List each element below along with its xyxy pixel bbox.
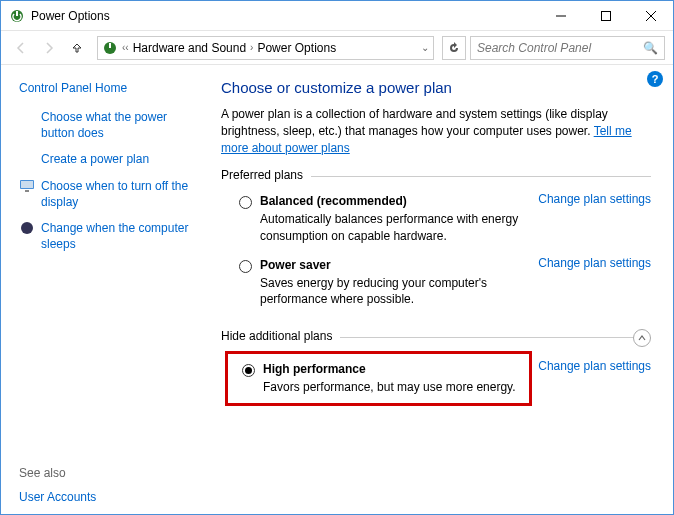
back-button[interactable] bbox=[9, 36, 33, 60]
svg-rect-7 bbox=[109, 43, 111, 48]
minimize-button[interactable] bbox=[538, 1, 583, 30]
sidebar-item[interactable]: Change when the computer sleeps bbox=[19, 220, 199, 252]
blank-icon bbox=[19, 151, 35, 167]
page-title: Choose or customize a power plan bbox=[221, 79, 651, 96]
svg-point-11 bbox=[21, 222, 33, 234]
see-also-link[interactable]: User Accounts bbox=[19, 490, 199, 504]
breadcrumb[interactable]: ‹‹ Hardware and Sound › Power Options ⌄ bbox=[97, 36, 434, 60]
blank-icon bbox=[19, 109, 35, 125]
chevron-right-icon: › bbox=[250, 42, 253, 53]
titlebar: Power Options bbox=[1, 1, 673, 31]
moon-icon bbox=[19, 220, 35, 236]
window: Power Options ‹‹ Hardware and Sound › Po… bbox=[0, 0, 674, 515]
svg-rect-10 bbox=[25, 190, 29, 192]
window-buttons bbox=[538, 1, 673, 30]
radio-balanced[interactable] bbox=[239, 196, 252, 209]
sidebar-link[interactable]: Choose when to turn off the display bbox=[41, 178, 199, 210]
preferred-plans-label: Preferred plans bbox=[221, 168, 311, 182]
toolbar: ‹‹ Hardware and Sound › Power Options ⌄ … bbox=[1, 31, 673, 65]
content-body: ? Control Panel Home Choose what the pow… bbox=[1, 65, 673, 514]
help-icon[interactable]: ? bbox=[647, 71, 663, 87]
preferred-plans-group: Preferred plans Balanced (recommended) A… bbox=[221, 168, 651, 317]
svg-rect-1 bbox=[16, 11, 18, 16]
power-options-icon bbox=[9, 8, 25, 24]
plan-title: Balanced (recommended) bbox=[260, 194, 530, 208]
change-settings-link[interactable]: Change plan settings bbox=[538, 359, 651, 406]
plan-desc: Favors performance, but may use more ene… bbox=[263, 379, 521, 395]
svg-rect-3 bbox=[601, 11, 610, 20]
plan-power-saver[interactable]: Power saver Saves energy by reducing you… bbox=[221, 254, 530, 317]
sidebar: Control Panel Home Choose what the power… bbox=[1, 65, 211, 514]
breadcrumb-seg[interactable]: Hardware and Sound bbox=[133, 41, 246, 55]
monitor-icon bbox=[19, 178, 35, 194]
chevron-down-icon[interactable]: ⌄ bbox=[421, 42, 429, 53]
hide-plans-label[interactable]: Hide additional plans bbox=[221, 329, 340, 343]
svg-rect-9 bbox=[21, 181, 33, 188]
close-button[interactable] bbox=[628, 1, 673, 30]
control-panel-home-link[interactable]: Control Panel Home bbox=[19, 81, 199, 95]
refresh-button[interactable] bbox=[442, 36, 466, 60]
window-title: Power Options bbox=[31, 9, 538, 23]
radio-high-performance[interactable] bbox=[242, 364, 255, 377]
sidebar-link[interactable]: Create a power plan bbox=[41, 151, 149, 167]
plan-desc: Saves energy by reducing your computer's… bbox=[260, 275, 530, 307]
power-options-icon bbox=[102, 40, 118, 56]
plan-title: High performance bbox=[263, 362, 521, 376]
see-also-label: See also bbox=[19, 466, 199, 480]
plan-high-performance[interactable]: High performance Favors performance, but… bbox=[225, 351, 532, 406]
sidebar-link[interactable]: Choose what the power button does bbox=[41, 109, 199, 141]
search-placeholder: Search Control Panel bbox=[477, 41, 591, 55]
breadcrumb-seg[interactable]: Power Options bbox=[257, 41, 336, 55]
change-settings-link[interactable]: Change plan settings bbox=[538, 256, 651, 270]
plan-desc: Automatically balances performance with … bbox=[260, 211, 530, 243]
sidebar-item[interactable]: Create a power plan bbox=[19, 151, 199, 167]
sidebar-link[interactable]: Change when the computer sleeps bbox=[41, 220, 199, 252]
additional-plans-group: Hide additional plans High performance F… bbox=[221, 329, 651, 406]
up-button[interactable] bbox=[65, 36, 89, 60]
breadcrumb-separator: ‹‹ bbox=[122, 42, 129, 53]
collapse-button[interactable] bbox=[633, 329, 651, 347]
page-description: A power plan is a collection of hardware… bbox=[221, 106, 651, 156]
search-input[interactable]: Search Control Panel 🔍 bbox=[470, 36, 665, 60]
sidebar-item[interactable]: Choose what the power button does bbox=[19, 109, 199, 141]
chevron-up-icon bbox=[637, 333, 647, 343]
radio-power-saver[interactable] bbox=[239, 260, 252, 273]
change-settings-link[interactable]: Change plan settings bbox=[538, 192, 651, 206]
main-panel: Choose or customize a power plan A power… bbox=[211, 65, 673, 514]
sidebar-item[interactable]: Choose when to turn off the display bbox=[19, 178, 199, 210]
plan-title: Power saver bbox=[260, 258, 530, 272]
maximize-button[interactable] bbox=[583, 1, 628, 30]
search-icon: 🔍 bbox=[643, 41, 658, 55]
forward-button[interactable] bbox=[37, 36, 61, 60]
plan-balanced[interactable]: Balanced (recommended) Automatically bal… bbox=[221, 190, 530, 253]
